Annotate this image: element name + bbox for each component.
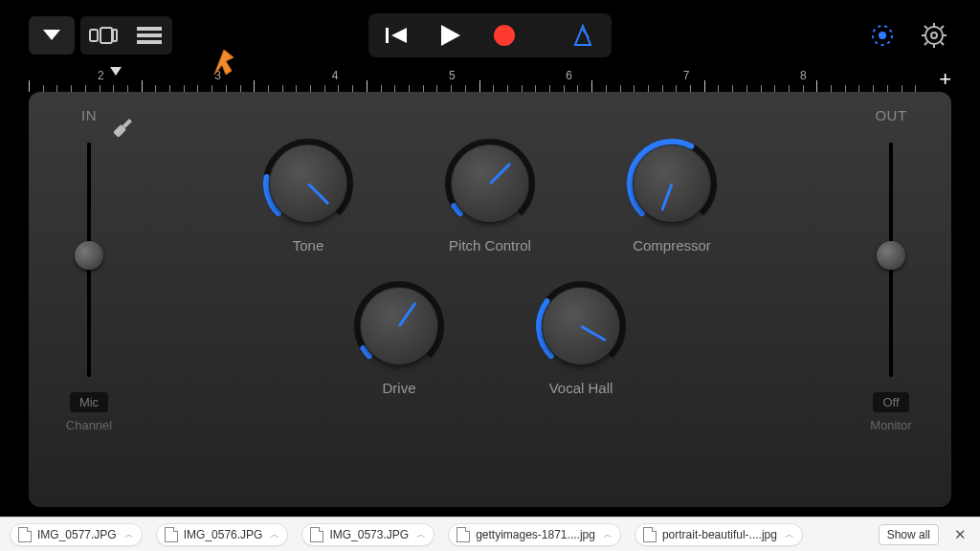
svg-rect-2: [100, 28, 112, 43]
playhead-marker[interactable]: [110, 67, 122, 76]
knob-label: Tone: [293, 237, 324, 253]
download-item[interactable]: IMG_0573.JPG︿: [301, 523, 434, 546]
knob-row-bottom: DriveVocal Hall: [153, 282, 827, 396]
knob-dial[interactable]: [628, 140, 716, 228]
svg-point-15: [925, 27, 943, 44]
track-settings-button[interactable]: [29, 16, 75, 55]
svg-rect-6: [137, 40, 162, 44]
svg-line-21: [941, 42, 944, 45]
timeline-ruler[interactable]: 2345678 +: [29, 63, 951, 92]
knob-area: TonePitch ControlCompressor DriveVocal H…: [153, 140, 827, 488]
rewind-button[interactable]: [372, 17, 422, 54]
audio-jack-icon: [109, 115, 136, 145]
svg-rect-7: [386, 28, 389, 43]
file-icon: [310, 527, 323, 542]
knob-tone: Tone: [251, 140, 366, 253]
add-track-button[interactable]: +: [929, 67, 951, 92]
knob-label: Vocal Hall: [549, 380, 613, 396]
output-level-slider[interactable]: [889, 143, 893, 377]
browser-icon: [89, 26, 118, 45]
svg-marker-0: [43, 30, 60, 40]
ruler-scale[interactable]: 2345678: [29, 69, 929, 92]
download-menu-caret[interactable]: ︿: [270, 528, 279, 541]
knob-drive: Drive: [342, 282, 457, 396]
app-window: 2345678 + IN Mic Channel OUT: [0, 0, 980, 517]
download-filename: IMG_0576.JPG: [184, 528, 263, 541]
knob-dial[interactable]: [264, 140, 352, 228]
file-icon: [18, 527, 32, 542]
output-column: OUT Off Monitor: [848, 107, 934, 492]
loop-fx-button[interactable]: [865, 18, 900, 53]
svg-rect-5: [137, 33, 162, 37]
svg-rect-3: [113, 30, 117, 41]
record-icon: [493, 24, 516, 47]
file-icon: [165, 527, 178, 542]
file-icon: [643, 527, 657, 542]
instrument-panel: IN Mic Channel OUT Off Monitor TonePitch…: [29, 92, 951, 507]
download-menu-caret[interactable]: ︿: [416, 528, 426, 541]
play-button[interactable]: [426, 17, 476, 54]
settings-button[interactable]: [917, 18, 951, 53]
show-all-downloads-button[interactable]: Show all: [879, 524, 939, 545]
gear-icon: [921, 22, 947, 49]
transport-controls: [368, 13, 612, 57]
download-filename: gettyimages-1871....jpg: [476, 528, 595, 541]
input-source-button[interactable]: Mic: [70, 392, 108, 412]
metronome-button[interactable]: [558, 17, 608, 54]
input-slider-thumb[interactable]: [75, 241, 103, 270]
knob-dial[interactable]: [355, 282, 443, 370]
knob-vocal-hall: Vocal Hall: [523, 282, 638, 396]
svg-point-24: [931, 33, 937, 38]
download-item[interactable]: IMG_0576.JPG︿: [156, 523, 289, 546]
knob-row-top: TonePitch ControlCompressor: [153, 140, 827, 253]
svg-line-22: [941, 26, 944, 29]
rewind-icon: [386, 26, 409, 45]
svg-point-10: [494, 25, 515, 46]
download-filename: IMG_0573.JPG: [329, 528, 409, 541]
chevron-down-icon: [43, 30, 60, 41]
downloads-bar: IMG_0577.JPG︿IMG_0576.JPG︿IMG_0573.JPG︿g…: [0, 517, 980, 551]
svg-rect-25: [122, 119, 132, 128]
knob-label: Drive: [382, 380, 415, 396]
monitor-toggle-button[interactable]: Off: [873, 392, 908, 412]
download-menu-caret[interactable]: ︿: [124, 528, 134, 541]
out-label: OUT: [848, 107, 934, 123]
close-downloads-bar-button[interactable]: ✕: [950, 526, 970, 543]
svg-line-20: [924, 26, 927, 29]
knob-compressor: Compressor: [614, 140, 729, 253]
download-item[interactable]: gettyimages-1871....jpg︿: [448, 523, 621, 546]
dial-icon: [869, 22, 896, 49]
knob-label: Compressor: [633, 237, 711, 253]
view-toggle-group: [80, 16, 172, 55]
file-icon: [457, 527, 470, 542]
knob-dial[interactable]: [537, 282, 625, 370]
svg-marker-9: [441, 25, 460, 46]
monitor-label: Monitor: [848, 418, 934, 432]
download-filename: portrait-beautiful-....jpg: [662, 528, 777, 541]
top-toolbar: [0, 13, 980, 57]
knob-dial[interactable]: [446, 140, 534, 228]
output-slider-thumb[interactable]: [877, 241, 905, 270]
svg-rect-1: [90, 30, 98, 41]
metronome-icon: [571, 24, 594, 47]
download-menu-caret[interactable]: ︿: [785, 528, 794, 541]
svg-rect-4: [137, 27, 162, 31]
download-item[interactable]: portrait-beautiful-....jpg︿: [635, 523, 803, 546]
channel-label: Channel: [46, 418, 132, 432]
svg-marker-8: [391, 28, 407, 43]
toolbar-right: [865, 18, 951, 53]
svg-point-14: [879, 32, 886, 39]
download-item[interactable]: IMG_0577.JPG︿: [10, 523, 143, 546]
input-level-slider[interactable]: [87, 143, 91, 377]
knob-pitch-control: Pitch Control: [433, 140, 547, 253]
knob-label: Pitch Control: [449, 237, 531, 253]
tracks-view-button[interactable]: [126, 16, 172, 55]
download-filename: IMG_0577.JPG: [37, 528, 117, 541]
download-menu-caret[interactable]: ︿: [603, 528, 612, 541]
tracks-icon: [137, 27, 162, 44]
input-column: IN Mic Channel: [46, 107, 132, 492]
svg-line-23: [924, 42, 927, 45]
browser-view-button[interactable]: [80, 16, 126, 55]
play-icon: [441, 25, 460, 46]
record-button[interactable]: [479, 17, 529, 54]
